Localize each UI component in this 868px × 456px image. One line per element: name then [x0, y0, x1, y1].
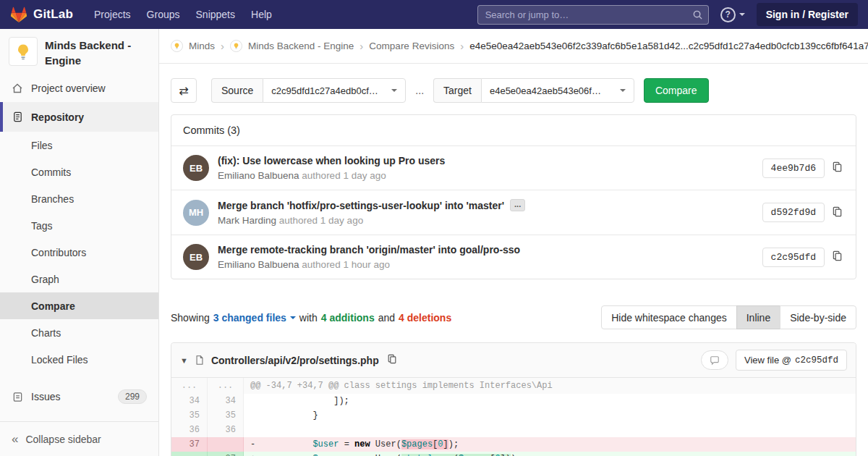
- side-by-side-view-button[interactable]: Side-by-side: [780, 305, 856, 329]
- copy-icon: [832, 206, 843, 219]
- commit-author-link[interactable]: Emiliano Balbuena: [218, 170, 299, 181]
- sidebar-item-locked-files[interactable]: Locked Files: [0, 346, 158, 373]
- project-sidebar: Minds Backend - Engine Project overview: [0, 29, 159, 456]
- nav-item-help[interactable]: Help: [243, 0, 280, 29]
- sidebar-item-compare[interactable]: Compare: [0, 292, 158, 319]
- sidebar-item-charts[interactable]: Charts: [0, 319, 158, 346]
- new-line-number[interactable]: 36: [208, 423, 244, 437]
- avatar[interactable]: EB: [183, 155, 209, 181]
- new-line-number[interactable]: [208, 437, 244, 452]
- source-label: Source: [211, 78, 263, 103]
- commit-sha-button[interactable]: c2c95dfd: [762, 248, 825, 267]
- swap-revisions-button[interactable]: ⇄: [171, 78, 197, 103]
- diff-line-code: }: [244, 408, 856, 423]
- nav-item-projects[interactable]: Projects: [86, 0, 139, 29]
- project-avatar: [9, 37, 38, 66]
- old-line-number[interactable]: [171, 452, 208, 456]
- hide-whitespace-button[interactable]: Hide whitespace changes: [601, 305, 737, 329]
- new-line-number[interactable]: 37: [208, 452, 244, 456]
- view-file-label: View file @: [744, 355, 791, 366]
- diff-table: ... ... @@ -34,7 +34,7 @@ class settings…: [171, 378, 856, 456]
- commit-row: MH Merge branch 'hotfix/pro-settings-use…: [171, 190, 856, 235]
- commit-authored-time: authored 1 hour ago: [302, 259, 390, 270]
- swap-icon: ⇄: [179, 84, 188, 98]
- target-branch-dropdown[interactable]: e4e5e0ea42aeb543e06f…: [481, 78, 634, 103]
- avatar[interactable]: MH: [183, 200, 209, 226]
- source-branch-dropdown[interactable]: c2c95dfd1c27a4edb0cf…: [263, 78, 406, 103]
- global-search: [477, 5, 709, 25]
- copy-commit-sha-button[interactable]: [830, 205, 844, 221]
- nav-item-snippets[interactable]: Snippets: [188, 0, 243, 29]
- and-label: and: [378, 312, 395, 324]
- group-avatar: [171, 40, 183, 52]
- sidebar-item-graph[interactable]: Graph: [0, 266, 158, 292]
- diff-line-row: 34 34 ]);: [171, 394, 856, 408]
- old-line-number[interactable]: 36: [171, 423, 208, 437]
- sidebar-item-repository[interactable]: Repository: [0, 102, 158, 132]
- sidebar-item-contributors[interactable]: Contributors: [0, 239, 158, 266]
- sidebar-item-commits[interactable]: Commits: [0, 159, 158, 185]
- help-dropdown[interactable]: ?: [720, 7, 745, 22]
- comment-icon: [710, 355, 720, 366]
- sidebar-item-tags[interactable]: Tags: [0, 212, 158, 239]
- commit-row: EB (fix): Use lowercase when looking up …: [171, 145, 856, 190]
- commit-author-link[interactable]: Emiliano Balbuena: [218, 259, 299, 270]
- deletions-count: 4 deletions: [399, 312, 451, 324]
- chevron-down-icon: [290, 316, 296, 319]
- inline-view-button[interactable]: Inline: [736, 305, 780, 329]
- old-line-number[interactable]: 37: [171, 437, 208, 452]
- avatar[interactable]: EB: [183, 244, 209, 270]
- search-input[interactable]: [477, 5, 709, 25]
- breadcrumb-group-link[interactable]: Minds: [189, 41, 215, 51]
- commit-sha-button[interactable]: d592fd9d: [762, 203, 825, 222]
- gitlab-logo[interactable]: GitLab: [10, 7, 73, 23]
- new-line-number[interactable]: 34: [208, 394, 244, 408]
- commit-authored-time: authored 1 day ago: [302, 170, 386, 181]
- diff-filename-link[interactable]: Controllers/api/v2/pro/settings.php: [211, 355, 379, 366]
- commit-title-link[interactable]: Merge remote-tracking branch 'origin/mas…: [218, 244, 520, 256]
- new-line-marker: ...: [208, 378, 244, 394]
- copy-file-path-button[interactable]: [386, 352, 399, 368]
- breadcrumb-project-link[interactable]: Minds Backend - Engine: [248, 41, 354, 51]
- commit-author-link[interactable]: Mark Harding: [218, 215, 276, 226]
- commit-message-expand-button[interactable]: ...: [510, 199, 525, 211]
- old-line-number[interactable]: 35: [171, 408, 208, 423]
- project-name: Minds Backend - Engine: [45, 37, 150, 68]
- breadcrumb-current-sha-range: e4e5e0ea42aeb543e06f2c339afc6b5e1a581d42…: [469, 41, 868, 51]
- top-navbar: GitLab Projects Groups Snippets Help ? S…: [0, 0, 868, 29]
- breadcrumb-page-link[interactable]: Compare Revisions: [369, 41, 454, 51]
- sidebar-item-files[interactable]: Files: [0, 132, 158, 159]
- breadcrumb-separator: ›: [359, 40, 363, 52]
- diff-file-panel: ▼ Controllers/api/v2/pro/settings.php: [171, 342, 856, 456]
- old-line-number[interactable]: 34: [171, 394, 208, 408]
- chevron-down-icon: [739, 13, 745, 16]
- repository-icon: [12, 111, 23, 122]
- diff-line-code: [244, 423, 856, 437]
- commit-title-link[interactable]: Merge branch 'hotfix/pro-settings-user-l…: [218, 200, 504, 211]
- copy-commit-sha-button[interactable]: [830, 160, 844, 176]
- new-line-number[interactable]: 35: [208, 408, 244, 423]
- commit-sha-button[interactable]: 4ee9b7d6: [762, 159, 825, 178]
- additions-count: 4 additions: [321, 312, 375, 324]
- sign-in-register-button[interactable]: Sign in / Register: [757, 3, 858, 26]
- compare-button[interactable]: Compare: [644, 78, 709, 103]
- sidebar-item-project-overview[interactable]: Project overview: [0, 75, 158, 102]
- commit-title-link[interactable]: (fix): Use lowercase when looking up Pro…: [218, 155, 445, 166]
- sidebar-item-branches[interactable]: Branches: [0, 185, 158, 212]
- main-menu: Projects Groups Snippets Help: [86, 0, 280, 29]
- copy-icon: [832, 250, 843, 263]
- diff-summary-bar: Showing 3 changed files with 4 additions…: [159, 279, 868, 329]
- sidebar-item-issues[interactable]: Issues 299: [0, 382, 158, 411]
- collapse-sidebar-button[interactable]: « Collapse sidebar: [0, 421, 158, 456]
- collapse-diff-icon[interactable]: ▼: [180, 356, 188, 365]
- changed-files-dropdown[interactable]: 3 changed files: [213, 312, 296, 324]
- search-icon: [692, 9, 703, 23]
- nav-item-groups[interactable]: Groups: [139, 0, 188, 29]
- issues-icon: [12, 392, 23, 402]
- compare-revisions-form: ⇄ Source c2c95dfd1c27a4edb0cf… ... Targe…: [159, 64, 868, 103]
- sidebar-item-label: Project overview: [31, 83, 106, 94]
- project-header[interactable]: Minds Backend - Engine: [0, 29, 158, 75]
- copy-commit-sha-button[interactable]: [830, 249, 844, 265]
- toggle-comments-button[interactable]: [701, 350, 728, 370]
- view-file-button[interactable]: View file @ c2c95dfd: [736, 350, 847, 371]
